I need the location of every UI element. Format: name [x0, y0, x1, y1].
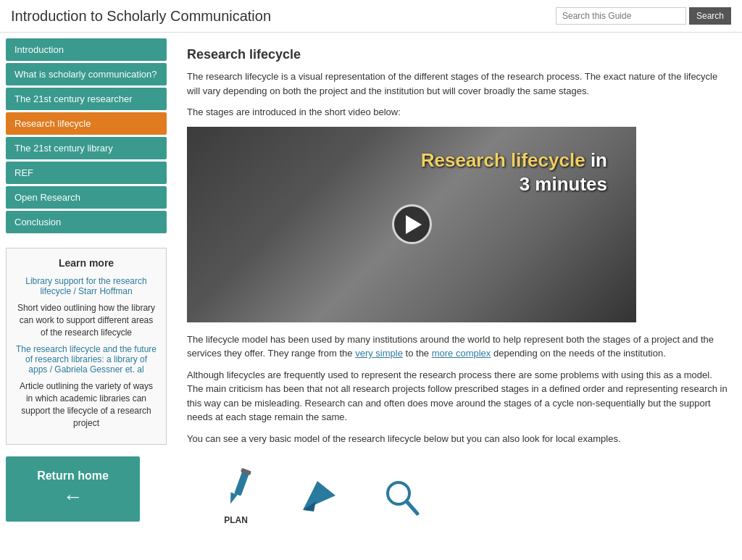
- sidebar: IntroductionWhat is scholarly communicat…: [0, 33, 172, 527]
- learn-more-item-0[interactable]: Library support for the research lifecyc…: [15, 276, 157, 296]
- sidebar-item-open-research[interactable]: Open Research: [6, 186, 167, 209]
- learn-more-items: Library support for the research lifecyc…: [15, 276, 157, 430]
- content-para5: You can see a very basic model of the re…: [187, 432, 728, 446]
- learn-more-box: Learn more Library support for the resea…: [6, 248, 167, 445]
- magnifier-icon: [383, 477, 422, 521]
- svg-marker-1: [227, 493, 238, 506]
- learn-more-item-2[interactable]: The research lifecycle and the future of…: [15, 344, 157, 375]
- plan-label: PLAN: [224, 515, 248, 525]
- content-para2: The stages are introduced in the short v…: [187, 105, 728, 120]
- sidebar-item-21st-century-library[interactable]: The 21st century library: [6, 137, 167, 159]
- search-bar: Search: [556, 7, 731, 25]
- video-title-highlight: Research lifecycle: [421, 149, 585, 171]
- content-title: Research lifecycle: [187, 47, 728, 62]
- lifecycle-discover: [383, 477, 422, 525]
- sidebar-item-ref[interactable]: REF: [6, 162, 167, 184]
- sidebar-item-research-lifecycle[interactable]: Research lifecycle: [6, 112, 167, 135]
- sidebar-item-what-is-scholarly[interactable]: What is scholarly communication?: [6, 63, 167, 85]
- video-title-minutes: 3 minutes: [520, 173, 607, 195]
- lifecycle-communicate: [299, 477, 339, 525]
- learn-more-title: Learn more: [15, 257, 157, 269]
- learn-more-item-1: Short video outlining how the library ca…: [15, 302, 157, 338]
- video-title-overlay: Research lifecycle in 3 minutes: [421, 149, 607, 198]
- content-para3: The lifecycle model has been used by man…: [187, 333, 728, 361]
- main-layout: IntroductionWhat is scholarly communicat…: [0, 33, 742, 554]
- page-title: Introduction to Scholarly Communication: [11, 8, 271, 25]
- nav-list: IntroductionWhat is scholarly communicat…: [6, 38, 167, 233]
- sidebar-item-21st-century-researcher[interactable]: The 21st century researcher: [6, 88, 167, 110]
- link-more-complex[interactable]: more complex: [432, 348, 491, 359]
- search-input[interactable]: [556, 7, 686, 25]
- page-header: Introduction to Scholarly Communication …: [0, 0, 742, 33]
- sidebar-item-conclusion[interactable]: Conclusion: [6, 211, 167, 233]
- para3-after: depending on the needs of the institutio…: [491, 348, 665, 359]
- video-title-in: in: [585, 149, 607, 171]
- para3-mid: to the: [403, 348, 432, 359]
- content-para4: Although lifecycles are frequently used …: [187, 368, 728, 425]
- lifecycle-diagram: PLAN: [187, 453, 728, 540]
- paper-plane-icon: [299, 477, 339, 521]
- learn-more-item-3: Article outlining the variety of ways in…: [15, 380, 157, 429]
- play-button[interactable]: [392, 204, 432, 244]
- search-button[interactable]: Search: [689, 7, 731, 25]
- plan-icon: [216, 467, 256, 511]
- return-home-arrow-icon: ←: [63, 485, 83, 509]
- link-very-simple[interactable]: very simple: [355, 348, 403, 359]
- content-para1: The research lifecycle is a visual repre…: [187, 70, 728, 98]
- return-home-button[interactable]: Return home ←: [6, 456, 140, 522]
- return-home-label: Return home: [37, 469, 109, 482]
- svg-marker-3: [303, 481, 335, 510]
- main-content: Research lifecycle The research lifecycl…: [172, 33, 742, 554]
- video-player[interactable]: Research lifecycle in 3 minutes: [187, 127, 636, 322]
- svg-line-6: [407, 501, 417, 514]
- lifecycle-plan: PLAN: [216, 467, 256, 525]
- sidebar-item-introduction[interactable]: Introduction: [6, 38, 167, 61]
